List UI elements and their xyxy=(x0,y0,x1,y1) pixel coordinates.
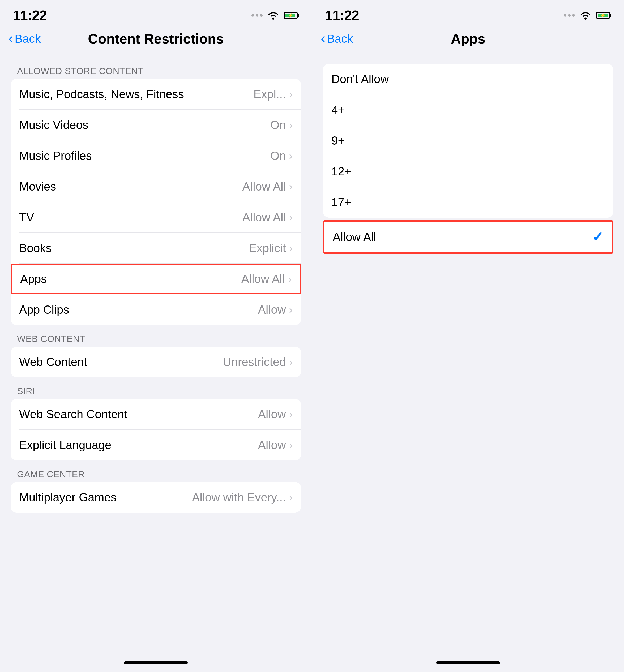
value-books: Explicit › xyxy=(249,242,293,255)
value-web-content: Unrestricted › xyxy=(223,355,293,369)
home-indicator-left xyxy=(0,656,312,672)
content-right: Don't Allow 4+ 9+ 12+ 17+ Allow All xyxy=(312,53,624,656)
status-icons-right: ⚡ xyxy=(564,10,611,20)
label-books: Books xyxy=(19,242,52,255)
label-multiplayer: Multiplayer Games xyxy=(19,491,116,504)
status-bar-left: 11:22 ⚡ xyxy=(0,0,312,26)
list-item-books[interactable]: Books Explicit › xyxy=(10,233,301,264)
battery-icon: ⚡ xyxy=(284,12,299,19)
list-item-web-search[interactable]: Web Search Content Allow › xyxy=(10,399,301,430)
card-game: Multiplayer Games Allow with Every... › xyxy=(10,482,301,513)
time-left: 11:22 xyxy=(13,7,47,23)
option-17plus[interactable]: 17+ xyxy=(323,187,614,218)
status-icons-left: ⚡ xyxy=(252,10,299,20)
card-web: Web Content Unrestricted › xyxy=(10,347,301,377)
value-tv: Allow All › xyxy=(242,211,293,224)
label-web-content: Web Content xyxy=(19,355,87,369)
list-item-multiplayer[interactable]: Multiplayer Games Allow with Every... › xyxy=(10,482,301,513)
section-label-web: WEB CONTENT xyxy=(17,333,295,344)
value-web-search: Allow › xyxy=(258,408,293,421)
list-item-web-content[interactable]: Web Content Unrestricted › xyxy=(10,347,301,377)
label-dont-allow: Don't Allow xyxy=(331,73,389,86)
label-12plus: 12+ xyxy=(331,165,351,178)
value-multiplayer: Allow with Every... › xyxy=(192,491,293,504)
value-music: Expl... › xyxy=(253,87,293,101)
svg-point-1 xyxy=(584,18,587,20)
nav-title-right: Apps xyxy=(451,31,486,47)
status-bar-right: 11:22 ⚡ xyxy=(312,0,624,26)
list-item-app-clips[interactable]: App Clips Allow › xyxy=(10,294,301,325)
section-label-allowed-store: ALLOWED STORE CONTENT xyxy=(17,66,295,76)
chevron-app-clips: › xyxy=(289,304,293,316)
signal-icon-right xyxy=(564,14,575,17)
checkmark-allow-all: ✓ xyxy=(592,229,603,245)
label-apps: Apps xyxy=(20,272,47,286)
list-item-movies[interactable]: Movies Allow All › xyxy=(10,171,301,202)
list-item-tv[interactable]: TV Allow All › xyxy=(10,202,301,233)
value-explicit-lang: Allow › xyxy=(258,438,293,452)
chevron-multiplayer: › xyxy=(289,491,293,504)
home-bar-right xyxy=(436,662,500,664)
list-item-music-profiles[interactable]: Music Profiles On › xyxy=(10,140,301,171)
back-chevron-right: ‹ xyxy=(321,31,325,45)
label-tv: TV xyxy=(19,211,34,224)
label-app-clips: App Clips xyxy=(19,303,69,316)
battery-icon-right: ⚡ xyxy=(596,12,611,19)
nav-title-left: Content Restrictions xyxy=(88,31,224,47)
option-4plus[interactable]: 4+ xyxy=(323,95,614,125)
label-explicit-lang: Explicit Language xyxy=(19,438,111,452)
chevron-apps: › xyxy=(288,273,291,285)
label-4plus: 4+ xyxy=(331,103,345,116)
label-9plus: 9+ xyxy=(331,134,345,147)
svg-point-0 xyxy=(272,18,274,20)
option-12plus[interactable]: 12+ xyxy=(323,156,614,187)
chevron-web-search: › xyxy=(289,408,293,421)
time-right: 11:22 xyxy=(325,7,359,23)
label-17plus: 17+ xyxy=(331,196,351,209)
section-label-game: GAME CENTER xyxy=(17,469,295,479)
chevron-web-content: › xyxy=(289,356,293,368)
label-music-videos: Music Videos xyxy=(19,118,88,132)
wifi-icon-right xyxy=(579,10,592,20)
signal-icon xyxy=(252,14,263,17)
home-bar-left xyxy=(124,662,188,664)
value-music-videos: On › xyxy=(270,118,293,132)
back-button-left[interactable]: ‹ Back xyxy=(8,32,41,45)
right-screen: 11:22 ⚡ ‹ xyxy=(312,0,624,672)
card-siri: Web Search Content Allow › Explicit Lang… xyxy=(10,399,301,460)
card-apps-options-top: Don't Allow 4+ 9+ 12+ 17+ xyxy=(323,64,614,218)
home-indicator-right xyxy=(312,656,624,672)
label-music-profiles: Music Profiles xyxy=(19,149,92,162)
nav-bar-right: ‹ Back Apps xyxy=(312,26,624,53)
content-left: ALLOWED STORE CONTENT Music, Podcasts, N… xyxy=(0,53,312,656)
value-apps: Allow All › xyxy=(241,272,291,286)
apps-options-container: Don't Allow 4+ 9+ 12+ 17+ Allow All xyxy=(323,64,614,254)
chevron-music: › xyxy=(289,88,293,100)
label-web-search: Web Search Content xyxy=(19,408,127,421)
chevron-music-profiles: › xyxy=(289,150,293,162)
list-item-music[interactable]: Music, Podcasts, News, Fitness Expl... › xyxy=(10,79,301,110)
back-label-right: Back xyxy=(327,32,353,45)
list-item-music-videos[interactable]: Music Videos On › xyxy=(10,110,301,140)
list-item-apps[interactable]: Apps Allow All › xyxy=(10,264,301,294)
chevron-explicit-lang: › xyxy=(289,439,293,451)
option-allow-all-container: Allow All ✓ xyxy=(323,220,614,254)
chevron-books: › xyxy=(289,242,293,254)
chevron-movies: › xyxy=(289,181,293,193)
nav-bar-left: ‹ Back Content Restrictions xyxy=(0,26,312,53)
list-item-explicit-lang[interactable]: Explicit Language Allow › xyxy=(10,430,301,460)
option-9plus[interactable]: 9+ xyxy=(323,125,614,156)
card-allowed-store: Music, Podcasts, News, Fitness Expl... ›… xyxy=(10,79,301,325)
option-dont-allow[interactable]: Don't Allow xyxy=(323,64,614,95)
section-label-siri: SIRI xyxy=(17,386,295,396)
option-allow-all[interactable]: Allow All ✓ xyxy=(324,222,612,252)
back-button-right[interactable]: ‹ Back xyxy=(321,32,353,45)
value-movies: Allow All › xyxy=(242,180,293,193)
wifi-icon xyxy=(266,10,280,20)
label-movies: Movies xyxy=(19,180,56,193)
chevron-music-videos: › xyxy=(289,119,293,131)
left-screen: 11:22 ⚡ xyxy=(0,0,312,672)
back-chevron-left: ‹ xyxy=(8,31,13,45)
back-label-left: Back xyxy=(15,32,41,45)
label-music: Music, Podcasts, News, Fitness xyxy=(19,87,184,101)
